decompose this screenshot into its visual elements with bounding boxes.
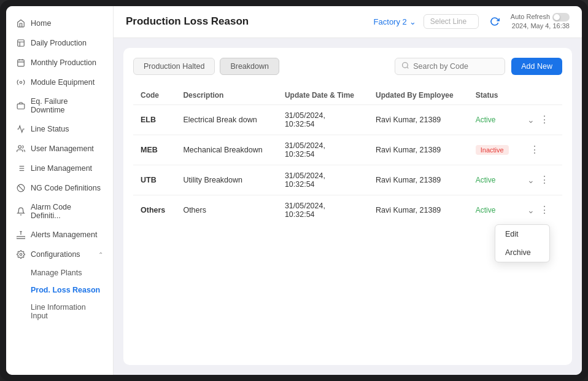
toolbar: Production Halted Breakdown	[133, 58, 562, 75]
status-badge: Active	[476, 205, 496, 216]
svg-line-18	[407, 67, 408, 68]
module-equipment-icon	[16, 77, 26, 87]
tab-breakdown[interactable]: Breakdown	[220, 58, 279, 75]
cell-status: Active	[468, 195, 520, 225]
device-frame: Home Daily Production Monthly Production…	[0, 0, 588, 381]
sidebar-label-configurations: Configurations	[31, 250, 80, 259]
context-menu-edit[interactable]: Edit	[495, 225, 549, 243]
line-selector[interactable]: Select Line	[424, 14, 479, 29]
status-badge: Active	[476, 175, 496, 186]
sidebar-sub-line-information[interactable]: Line Information Input	[6, 299, 113, 324]
cell-datetime: 31/05/2024,10:32:54	[277, 195, 368, 225]
sidebar-sub-label-prod-loss-reason: Prod. Loss Reason	[31, 286, 100, 294]
refresh-button[interactable]	[486, 13, 503, 30]
status-chevron-icon[interactable]: ⌄	[527, 175, 535, 185]
sidebar-item-alarm-code[interactable]: Alarm Code Definiti...	[6, 198, 113, 225]
auto-refresh-label: Auto Refresh	[511, 12, 550, 22]
col-status: Status	[468, 86, 520, 105]
content-card: Production Halted Breakdown	[123, 48, 572, 365]
status-chevron-icon[interactable]: ⌄	[527, 205, 535, 215]
line-management-icon	[16, 163, 26, 173]
svg-rect-1	[18, 60, 25, 66]
sidebar-sub-manage-plants[interactable]: Manage Plants	[6, 264, 113, 281]
tab-production-halted[interactable]: Production Halted	[133, 58, 215, 75]
row-actions: ⌄ ⋮	[527, 112, 555, 127]
alerts-management-icon	[16, 230, 26, 240]
sidebar-label-daily-production: Daily Production	[31, 39, 87, 47]
sidebar-sub-label-manage-plants: Manage Plants	[31, 269, 82, 277]
cell-datetime: 31/05/2024,10:32:54	[277, 104, 368, 135]
status-badge: Active	[476, 114, 496, 125]
sidebar-item-eq-failure[interactable]: Eq. Failure Downtime	[6, 92, 113, 119]
toolbar-right: Add New	[395, 58, 562, 75]
chevron-up-icon: ⌃	[98, 251, 103, 258]
content-area: Production Halted Breakdown	[114, 38, 582, 375]
status-badge: Inactive	[476, 145, 509, 155]
sidebar-sub-prod-loss-reason[interactable]: Prod. Loss Reason	[6, 281, 113, 299]
sidebar-item-alerts-management[interactable]: Alerts Management	[6, 225, 113, 245]
table-row: MEB Mechanical Breakdown 31/05/2024,10:3…	[133, 135, 562, 165]
table-row: Others Others 31/05/2024,10:32:54 Ravi K…	[133, 195, 562, 225]
line-status-icon	[16, 124, 26, 134]
sidebar-item-line-management[interactable]: Line Management	[6, 159, 113, 178]
svg-point-7	[18, 146, 21, 149]
sidebar-item-daily-production[interactable]: Daily Production	[6, 33, 113, 53]
search-box[interactable]	[395, 58, 505, 75]
sidebar-item-ng-code[interactable]: NG Code Definitions	[6, 178, 113, 198]
cell-datetime: 31/05/2024,10:32:54	[277, 135, 368, 165]
cell-row-actions: ⌄ ⋮	[520, 165, 562, 195]
col-description: Description	[176, 86, 277, 105]
sidebar-label-eq-failure: Eq. Failure Downtime	[31, 97, 103, 114]
data-table: Code Description Update Date & Time Upda…	[133, 86, 562, 225]
cell-description: Others	[176, 195, 277, 225]
monthly-production-icon	[16, 58, 26, 68]
cell-code: Others	[133, 195, 176, 225]
auto-refresh-toggle[interactable]	[552, 13, 570, 22]
more-options-icon[interactable]: ⋮	[527, 143, 542, 157]
cell-description: Mechanical Breakdown	[176, 135, 277, 165]
cell-row-actions: ⌄ ⋮	[520, 195, 562, 225]
sidebar-item-configurations[interactable]: Configurations ⌃	[6, 245, 113, 264]
daily-production-icon	[16, 38, 26, 48]
cell-status: Active	[468, 165, 520, 195]
context-menu-archive[interactable]: Archive	[495, 243, 549, 262]
more-options-icon[interactable]: ⋮	[537, 112, 552, 127]
table-wrapper: Code Description Update Date & Time Upda…	[133, 86, 562, 225]
cell-updated-by: Ravi Kumar, 21389	[368, 104, 468, 135]
main-content: Production Loss Reason Factory 2 ⌄ Selec…	[114, 6, 582, 375]
more-options-icon[interactable]: ⋮	[537, 203, 552, 217]
sidebar-item-home[interactable]: Home	[6, 14, 113, 33]
factory-selector[interactable]: Factory 2 ⌄	[374, 17, 416, 26]
cell-code: ELB	[133, 104, 176, 135]
search-input[interactable]	[413, 62, 493, 71]
configurations-icon	[16, 249, 26, 259]
table-row: UTB Utility Breakdown 31/05/2024,10:32:5…	[133, 165, 562, 195]
factory-chevron-icon: ⌄	[409, 17, 416, 26]
eq-failure-icon	[16, 101, 26, 111]
sidebar-label-alerts-management: Alerts Management	[31, 230, 97, 239]
cell-updated-by: Ravi Kumar, 21389	[368, 195, 468, 225]
home-icon	[16, 18, 26, 28]
sidebar-item-line-status[interactable]: Line Status	[6, 119, 113, 139]
alarm-code-icon	[16, 206, 26, 216]
app-container: Home Daily Production Monthly Production…	[6, 6, 582, 375]
sidebar-item-user-management[interactable]: User Management	[6, 139, 113, 159]
col-code: Code	[133, 86, 176, 105]
status-chevron-icon[interactable]: ⌄	[527, 115, 535, 125]
cell-description: Electrical Break down	[176, 104, 277, 135]
sidebar-item-module-equipment[interactable]: Module Equipment	[6, 73, 113, 92]
row-actions: ⋮	[527, 143, 555, 157]
auto-refresh-info: Auto Refresh 2024, May 4, 16:38	[511, 12, 570, 31]
sidebar-label-home: Home	[31, 19, 51, 28]
header-right: Factory 2 ⌄ Select Line Auto Refresh	[374, 12, 570, 31]
user-management-icon	[16, 144, 26, 154]
row-actions: ⌄ ⋮	[527, 203, 555, 217]
sidebar-item-monthly-production[interactable]: Monthly Production	[6, 53, 113, 73]
sidebar-label-alarm-code: Alarm Code Definiti...	[31, 203, 103, 220]
cell-status: Inactive	[468, 135, 520, 165]
add-new-button[interactable]: Add New	[511, 58, 562, 75]
sidebar-label-monthly-production: Monthly Production	[31, 58, 96, 67]
cell-code: UTB	[133, 165, 176, 195]
more-options-icon[interactable]: ⋮	[537, 173, 552, 187]
cell-code: MEB	[133, 135, 176, 165]
